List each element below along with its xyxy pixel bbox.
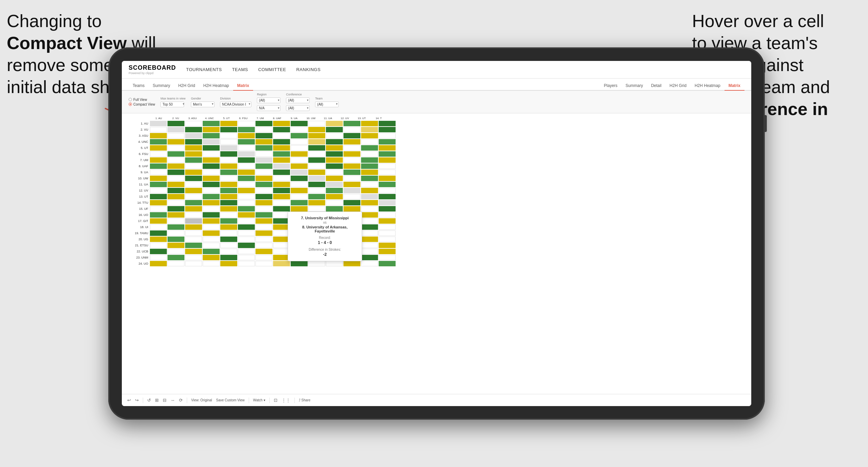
tab-h2h-heatmap[interactable]: H2H Heatmap — [199, 83, 233, 91]
matrix-cell[interactable] — [308, 206, 325, 212]
matrix-cell[interactable] — [308, 121, 325, 126]
matrix-cell[interactable] — [255, 255, 272, 260]
matrix-cell[interactable] — [150, 157, 167, 163]
matrix-cell[interactable] — [361, 145, 378, 151]
tab-players[interactable]: Players — [600, 83, 622, 91]
matrix-cell[interactable] — [361, 163, 378, 169]
matrix-cell[interactable] — [255, 206, 272, 212]
tab-h2h-heatmap-right[interactable]: H2H Heatmap — [691, 83, 725, 91]
matrix-cell[interactable] — [185, 194, 202, 199]
matrix-cell[interactable] — [168, 255, 184, 260]
matrix-cell[interactable] — [168, 133, 184, 138]
matrix-cell[interactable] — [185, 206, 202, 212]
matrix-cell[interactable] — [185, 151, 202, 157]
matrix-cell[interactable] — [255, 243, 272, 248]
matrix-cell[interactable] — [343, 170, 360, 175]
matrix-cell[interactable] — [220, 151, 237, 157]
matrix-cell[interactable] — [168, 121, 184, 126]
matrix-cell[interactable] — [379, 151, 396, 157]
matrix-cell[interactable] — [203, 170, 220, 175]
matrix-cell[interactable] — [273, 121, 290, 126]
matrix-cell[interactable] — [291, 133, 308, 138]
matrix-cell[interactable] — [203, 255, 220, 260]
layout-icon[interactable]: ⊡ — [274, 398, 277, 403]
matrix-cell[interactable] — [361, 243, 378, 248]
matrix-cell[interactable] — [185, 170, 202, 175]
minus-grid-icon[interactable]: ⊟ — [163, 398, 166, 403]
matrix-cell[interactable] — [220, 139, 237, 144]
matrix-cell[interactable] — [220, 157, 237, 163]
matrix-cell[interactable] — [203, 212, 220, 218]
matrix-cell[interactable] — [308, 182, 325, 187]
matrix-cell[interactable] — [185, 212, 202, 218]
matrix-cell[interactable] — [273, 200, 290, 205]
matrix-cell[interactable] — [238, 188, 255, 193]
matrix-cell[interactable] — [255, 133, 272, 138]
matrix-cell[interactable] — [220, 188, 237, 193]
matrix-cell[interactable] — [308, 170, 325, 175]
matrix-cell[interactable] — [308, 127, 325, 132]
matrix-cell[interactable] — [343, 261, 360, 266]
matrix-cell[interactable] — [168, 206, 184, 212]
matrix-cell[interactable] — [185, 182, 202, 187]
matrix-cell[interactable] — [379, 145, 396, 151]
matrix-cell[interactable] — [326, 127, 343, 132]
team-select[interactable]: (All) — [315, 102, 339, 107]
matrix-cell[interactable] — [361, 127, 378, 132]
matrix-cell[interactable] — [326, 170, 343, 175]
matrix-cell[interactable] — [238, 139, 255, 144]
matrix-cell[interactable] — [308, 188, 325, 193]
matrix-cell[interactable] — [238, 200, 255, 205]
matrix-cell[interactable] — [168, 163, 184, 169]
tab-matrix-right[interactable]: Matrix — [725, 83, 744, 91]
matrix-cell[interactable] — [238, 237, 255, 242]
matrix-cell[interactable] — [220, 163, 237, 169]
matrix-cell[interactable] — [168, 237, 184, 242]
matrix-cell[interactable] — [203, 182, 220, 187]
matrix-cell[interactable] — [220, 133, 237, 138]
matrix-cell[interactable] — [361, 218, 378, 224]
matrix-cell[interactable] — [379, 188, 396, 193]
region-select-2[interactable]: N/A — [257, 105, 281, 111]
division-select[interactable]: NCAA Division I — [220, 102, 251, 107]
matrix-cell[interactable] — [308, 133, 325, 138]
matrix-cell[interactable] — [379, 127, 396, 132]
matrix-cell[interactable] — [255, 188, 272, 193]
matrix-cell[interactable] — [203, 121, 220, 126]
matrix-cell[interactable] — [238, 261, 255, 266]
matrix-cell[interactable] — [326, 188, 343, 193]
matrix-cell[interactable] — [326, 163, 343, 169]
matrix-cell[interactable] — [203, 200, 220, 205]
matrix-cell[interactable] — [150, 163, 167, 169]
matrix-cell[interactable] — [150, 218, 167, 224]
matrix-cell[interactable] — [185, 261, 202, 266]
matrix-cell[interactable] — [238, 206, 255, 212]
matrix-cell[interactable] — [291, 163, 308, 169]
matrix-cell[interactable] — [379, 200, 396, 205]
matrix-cell[interactable] — [238, 157, 255, 163]
matrix-cell[interactable] — [185, 249, 202, 254]
matrix-cell[interactable] — [379, 133, 396, 138]
matrix-cell[interactable] — [255, 230, 272, 236]
matrix-area[interactable]: 1. AU 2. VU 3. ASU 4. UNC 5. UT 6. FSU 7… — [122, 113, 751, 394]
matrix-cell[interactable] — [291, 139, 308, 144]
matrix-cell[interactable] — [220, 255, 237, 260]
watch-btn[interactable]: Watch ▾ — [253, 398, 265, 402]
matrix-cell[interactable] — [273, 182, 290, 187]
matrix-cell[interactable] — [238, 230, 255, 236]
tab-summary[interactable]: Summary — [149, 83, 174, 91]
matrix-cell[interactable] — [203, 139, 220, 144]
matrix-cell[interactable] — [150, 255, 167, 260]
matrix-cell[interactable] — [220, 218, 237, 224]
tab-detail[interactable]: Detail — [647, 83, 666, 91]
matrix-cell[interactable] — [379, 163, 396, 169]
matrix-cell[interactable] — [343, 127, 360, 132]
matrix-cell[interactable] — [273, 163, 290, 169]
matrix-cell[interactable] — [238, 145, 255, 151]
matrix-cell[interactable] — [168, 261, 184, 266]
matrix-cell[interactable] — [343, 133, 360, 138]
matrix-cell[interactable] — [203, 224, 220, 230]
matrix-cell[interactable] — [238, 212, 255, 218]
matrix-cell[interactable] — [361, 194, 378, 199]
matrix-cell[interactable] — [220, 176, 237, 181]
